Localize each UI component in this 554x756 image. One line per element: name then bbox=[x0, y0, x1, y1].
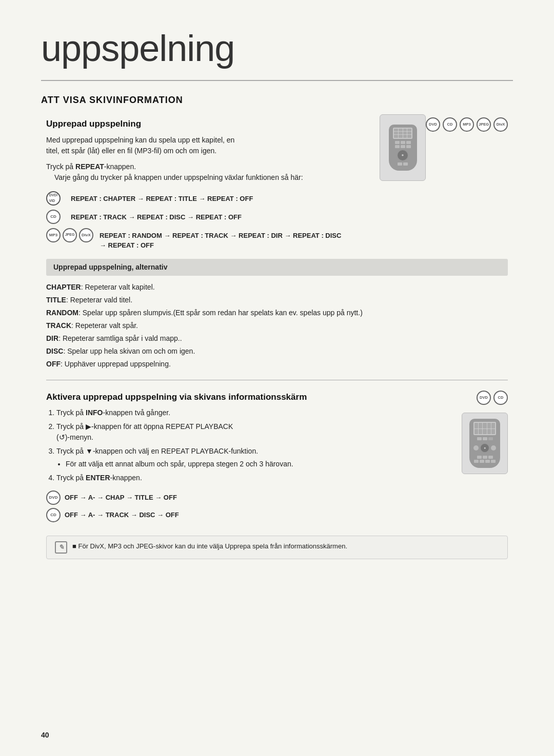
alt-random: RANDOM: Spelar upp spåren slumpvis.(Ett … bbox=[46, 308, 508, 318]
section-heading: ATT VISA SKIVINFORMATION bbox=[41, 93, 513, 107]
remote-image-2: ● bbox=[462, 413, 508, 474]
seq-dvd-icon: DVD bbox=[46, 491, 61, 505]
cd-row-icon: CD bbox=[46, 210, 61, 224]
step-3: Tryck på ▼-knappen och välj en REPEAT PL… bbox=[56, 446, 508, 469]
aktivera-cd-icon: CD bbox=[493, 391, 508, 405]
page: uppspelning ATT VISA SKIVINFORMATION DVD… bbox=[0, 0, 554, 756]
alt-off: OFF: Upphäver upprepad uppspelning. bbox=[46, 359, 508, 370]
aktivera-section: DVD CD Aktivera upprepad uppspelning via… bbox=[46, 391, 508, 526]
page-title: uppspelning bbox=[41, 21, 513, 81]
tryck-label: Tryck på REPEAT-knappen. bbox=[46, 161, 508, 172]
step-2: Tryck på ▶-knappen för att öppna REPEAT … bbox=[56, 421, 508, 443]
aktivera-steps: Tryck på INFO-knappen två gånger. Tryck … bbox=[46, 407, 508, 483]
repeat-mp3-text: REPEAT : RANDOM → REPEAT : TRACK → REPEA… bbox=[100, 228, 341, 251]
cd-icon: CD bbox=[443, 117, 457, 132]
seq-cd-icon: CD bbox=[46, 508, 61, 522]
enter-center-btn: ● bbox=[480, 443, 490, 453]
repeat-cd-text: REPEAT : TRACK → REPEAT : DISC → REPEAT … bbox=[71, 210, 242, 222]
note-box: ✎ ■ För DivX, MP3 och JPEG-skivor kan du… bbox=[46, 536, 508, 559]
divx-row-icon: DivX bbox=[79, 228, 93, 242]
repeat-row-mp3: MP3 JPEG DivX REPEAT : RANDOM → REPEAT :… bbox=[46, 228, 508, 251]
alt-chapter: CHAPTER: Repeterar valt kapitel. bbox=[46, 282, 508, 293]
seq-2-text: OFF → A- → TRACK → DISC → OFF bbox=[65, 510, 179, 520]
step-3-bullet: För att välja ett annat album och spår, … bbox=[66, 459, 508, 469]
repeat-row-cd: CD REPEAT : TRACK → REPEAT : DISC → REPE… bbox=[46, 210, 508, 224]
sequence-rows: DVD OFF → A- → CHAP → TITLE → OFF CD OFF… bbox=[46, 491, 508, 522]
alt-track: TRACK: Repeterar valt spår. bbox=[46, 320, 508, 331]
page-number: 40 bbox=[41, 730, 49, 741]
step-4: Tryck på ENTER-knappen. bbox=[56, 473, 508, 483]
step-1: Tryck på INFO-knappen två gånger. bbox=[56, 407, 508, 418]
jpeg-icon: JPEG bbox=[477, 117, 491, 132]
mp3-icon: MP3 bbox=[460, 117, 474, 132]
mp3-row-icon: MP3 bbox=[46, 228, 61, 242]
alternativ-list: CHAPTER: Repeterar valt kapitel. TITLE: … bbox=[46, 282, 508, 370]
dvd-vid-icon: DVD/VID bbox=[46, 191, 61, 206]
repeat-rows: DVD/VID REPEAT : CHAPTER → REPEAT : TITL… bbox=[46, 191, 508, 251]
aktivera-icons: DVD CD bbox=[477, 391, 508, 405]
divider bbox=[46, 380, 508, 380]
jpeg-row-icon: JPEG bbox=[63, 228, 77, 242]
alt-dir: DIR: Repeterar samtliga spår i vald mapp… bbox=[46, 333, 508, 344]
disc-icons-cluster: DVD CD MP3 JPEG DivX bbox=[426, 117, 508, 132]
alt-disc: DISC: Spelar upp hela skivan om och om i… bbox=[46, 346, 508, 357]
seq-row-2: CD OFF → A- → TRACK → DISC → OFF bbox=[46, 508, 508, 522]
note-text: ■ För DivX, MP3 och JPEG-skivor kan du i… bbox=[72, 541, 347, 551]
remote-image-1: ● bbox=[380, 114, 426, 181]
dvd-icon: DVD bbox=[426, 117, 440, 132]
upprepad-intro1: Med upprepad uppspelning kan du spela up… bbox=[46, 135, 508, 146]
content-area: DVD CD MP3 JPEG DivX Upprepad uppspelnin… bbox=[41, 117, 513, 559]
divx-icon: DivX bbox=[493, 117, 508, 132]
upprepad-intro2: titel, ett spår (låt) eller en fil (MP3-… bbox=[46, 146, 508, 156]
bullet-text: Varje gång du trycker på knappen under u… bbox=[54, 172, 508, 183]
alternativ-heading: Upprepad uppspelning, alternativ bbox=[46, 259, 508, 276]
alt-title: TITLE: Repeterar vald titel. bbox=[46, 295, 508, 305]
repeat-dvd-text: REPEAT : CHAPTER → REPEAT : TITLE → REPE… bbox=[71, 191, 253, 204]
aktivera-dvd-icon: DVD bbox=[477, 391, 491, 405]
aktivera-heading: Aktivera upprepad uppspelning via skivan… bbox=[46, 391, 508, 404]
enter-button-remote: ● bbox=[397, 149, 409, 161]
upprepad-section: DVD CD MP3 JPEG DivX Upprepad uppspelnin… bbox=[46, 117, 508, 183]
note-icon: ✎ bbox=[55, 541, 67, 554]
repeat-row-dvd: DVD/VID REPEAT : CHAPTER → REPEAT : TITL… bbox=[46, 191, 508, 206]
seq-1-text: OFF → A- → CHAP → TITLE → OFF bbox=[65, 493, 177, 503]
seq-row-1: DVD OFF → A- → CHAP → TITLE → OFF bbox=[46, 491, 508, 505]
